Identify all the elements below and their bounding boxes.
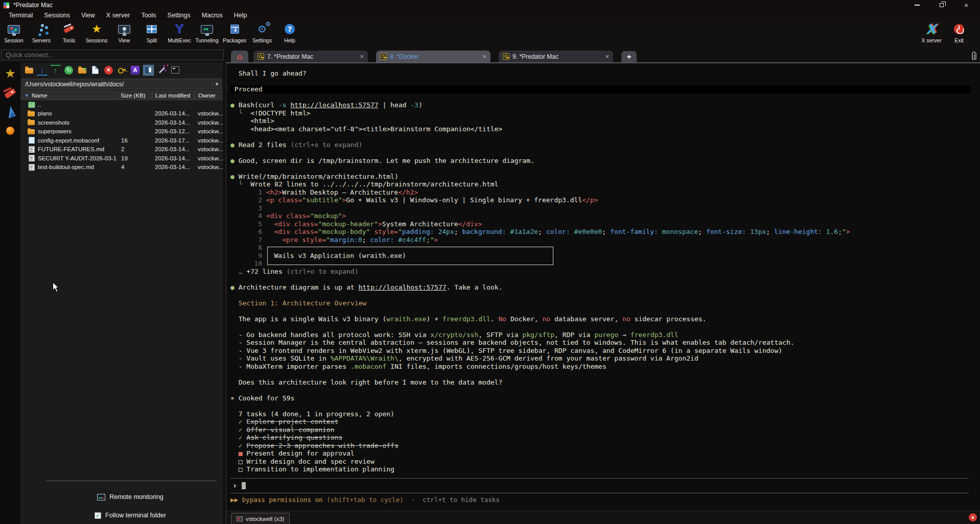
toolbar-label: Exit	[954, 37, 964, 43]
path-dropdown-button[interactable]: ▾	[212, 81, 221, 87]
terminal-blank-line	[230, 370, 976, 378]
home-tab[interactable]: ⌂	[231, 51, 248, 62]
text-tool-icon-button[interactable]: A	[130, 65, 141, 76]
toolbar-split-button[interactable]: Split	[138, 20, 166, 48]
terminal-line: - Vue 3 frontend renders in WebView2 wit…	[230, 347, 976, 355]
close-tab-icon[interactable]: ×	[605, 53, 609, 60]
minimize-button[interactable]	[912, 2, 923, 9]
toolbar-right-group: XX serverExit	[918, 20, 980, 48]
new-tab-button[interactable]: +	[621, 51, 637, 62]
terminal-line: The app is a single Wails v3 binary (wra…	[230, 315, 976, 323]
mobaxterm-logo-icon	[3, 2, 10, 9]
text-segment: ;	[766, 228, 774, 235]
current-path[interactable]: /Users/vstockwell/repos/wraith/docs/	[22, 81, 212, 88]
text-segment	[262, 228, 266, 235]
toolbar-sessions-button[interactable]: ★Sessions	[83, 20, 110, 48]
text-segment: x/crypto/ssh	[430, 331, 478, 339]
close-tab-icon[interactable]: ×	[482, 53, 486, 60]
column-header-size[interactable]: Size (KB)	[117, 92, 152, 99]
folder-up-icon-button[interactable]: ↑	[24, 65, 34, 76]
menu-item-help[interactable]: Help	[229, 11, 252, 20]
panel-toggle-icon-button[interactable]	[143, 65, 154, 76]
toolbar-view-button[interactable]: View	[110, 20, 138, 48]
file-row[interactable]: SECURIT Y-AUDIT-2026-03-1...192026-03-14…	[20, 154, 223, 163]
session-tab[interactable]: 9. *Predator Mac×	[499, 51, 613, 62]
file-row[interactable]: screenshots2026-03-14...vstockw...	[20, 118, 223, 127]
key-icon-button[interactable]	[116, 65, 127, 76]
terminal[interactable]: Shall I go ahead? Proceed● Bash(curl -s …	[226, 62, 980, 511]
file-row[interactable]: ..	[20, 100, 223, 109]
close-tab-icon[interactable]: ×	[360, 53, 364, 60]
menu-item-terminal[interactable]: Terminal	[4, 11, 37, 20]
remote-monitoring-button[interactable]: Remote monitoring	[41, 493, 220, 501]
text-segment: Offer visual companion	[246, 426, 334, 434]
menu-item-tools[interactable]: Tools	[136, 11, 160, 20]
restore-button[interactable]	[936, 2, 947, 9]
tools-knife-icon[interactable]	[4, 88, 16, 99]
text-segment: Architecture diagram is up at	[239, 283, 359, 291]
menu-item-settings[interactable]: Settings	[163, 11, 195, 20]
text-segment: Write(/tmp/brainstorm/architecture.html)	[239, 173, 399, 180]
toolbar-settings-button[interactable]: ⚙Settings	[248, 20, 276, 48]
follow-terminal-folder-checkbox[interactable]: ✓ Follow terminal folder	[41, 512, 220, 519]
menu-item-view[interactable]: View	[77, 11, 100, 20]
toolbar-multiexec-button[interactable]: YMultiExec	[166, 20, 193, 48]
bottom-session-tab[interactable]: vstockwell (x3)	[231, 513, 290, 524]
sessions-sail-icon[interactable]	[5, 105, 15, 118]
text-segment: | head	[379, 101, 411, 109]
text-segment: ✓	[230, 434, 246, 441]
file-row[interactable]: FUTURE-FEATURES.md22026-03-14...vstockw.…	[20, 145, 223, 154]
file-owner: vstockw...	[195, 137, 223, 144]
toolbar-session-button[interactable]: Session	[0, 20, 28, 48]
toolbar-help-button[interactable]: ?Help	[276, 20, 304, 48]
close-terminal-button[interactable]: ×	[969, 513, 977, 521]
column-header-owner[interactable]: Owner	[195, 92, 223, 99]
file-row[interactable]: plans2026-03-14...vstockw...	[20, 109, 223, 118]
column-header-name[interactable]: ▼Name	[20, 92, 117, 99]
new-folder-icon-button[interactable]: +	[77, 65, 87, 76]
toolbar-packages-button[interactable]: Packages	[221, 20, 248, 48]
session-tab[interactable]: 8. *Docker×	[376, 51, 491, 62]
text-segment: ;	[362, 236, 370, 244]
text-segment: style=	[302, 236, 326, 244]
favorites-star-icon[interactable]: ★	[5, 66, 16, 81]
new-file-icon-button[interactable]	[90, 65, 101, 76]
text-segment: INI files, imports connections/groups/ho…	[386, 363, 606, 370]
text-segment	[262, 212, 266, 220]
wand-icon-button[interactable]	[156, 65, 167, 76]
text-segment: <head><meta charset="utf-8"><title>Brain…	[230, 125, 502, 133]
refresh-icon-button[interactable]: ↻	[63, 65, 74, 76]
macros-ball-icon[interactable]	[6, 127, 14, 135]
menu-item-sessions[interactable]: Sessions	[39, 11, 75, 20]
upload-icon-button[interactable]: ↑	[50, 65, 61, 76]
toolbar-label: Settings	[252, 37, 272, 43]
menu-item-x-server[interactable]: X server	[102, 11, 135, 20]
toolbar-tunneling-button[interactable]: Tunneling	[193, 20, 221, 48]
menu-item-macros[interactable]: Macros	[197, 11, 227, 20]
sort-arrow-icon: ▼	[25, 93, 29, 98]
file-row[interactable]: config-export.mobaconf162026-03-17...vst…	[20, 136, 223, 145]
text-segment: Proceed	[230, 85, 263, 93]
text-segment: The app is a single Wails v3 binary (	[230, 315, 386, 323]
close-button[interactable]: ×	[961, 2, 972, 9]
text-segment: ●	[230, 141, 239, 149]
download-icon-button[interactable]: ↓	[37, 65, 48, 76]
toolbar-xserver-button[interactable]: XX server	[918, 20, 945, 48]
file-row[interactable]: test-buildout-spec.md42026-03-14...vstoc…	[20, 163, 223, 172]
text-segment: (shift+tab to cycle)	[323, 496, 404, 504]
quick-connect-input[interactable]	[1, 50, 224, 60]
toolbar-tools-button[interactable]: Tools	[55, 20, 83, 48]
toolbar-exit-button[interactable]: Exit	[945, 20, 973, 48]
session-tab[interactable]: 7. *Predator Mac×	[253, 51, 368, 62]
screen-icon-button[interactable]	[170, 65, 180, 76]
text-segment: Wraith Desktop – Architecture	[282, 188, 398, 196]
column-header-modified[interactable]: Last modified	[152, 92, 195, 99]
file-row[interactable]: superpowers2026-03-12...vstockw...	[20, 127, 223, 136]
delete-icon-button[interactable]: ×	[103, 65, 114, 76]
prompt-input-box[interactable]: ›	[230, 478, 969, 493]
text-segment	[262, 204, 266, 212]
paperclip-icon[interactable]	[972, 52, 976, 60]
toolbar-servers-button[interactable]: Servers	[28, 20, 55, 48]
file-name-cell: test-buildout-spec.md	[20, 164, 117, 171]
proceed-option[interactable]: Proceed	[230, 85, 971, 93]
